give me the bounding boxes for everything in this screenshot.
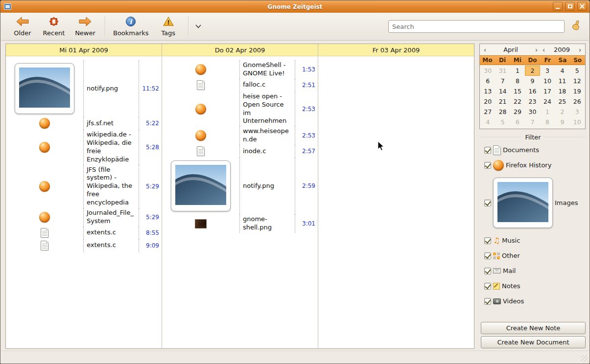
close-button[interactable] — [577, 2, 587, 11]
resize-grip[interactable] — [581, 355, 588, 362]
prev-year-button[interactable]: ‹ — [540, 46, 547, 54]
next-year-button[interactable]: › — [576, 46, 584, 54]
timeline-item[interactable]: GnomeShell - GNOME Live! 1:53 — [162, 60, 318, 79]
timeline-item[interactable]: JFS (file system) - Wikipedia, the free … — [6, 165, 162, 208]
filter-row[interactable]: Documents — [481, 142, 586, 158]
calendar: ‹ April › ‹ 2009 › MoDiMiDoFrSaSo 303112… — [479, 44, 586, 129]
day-column-body: notify.png 11:52 jfs.sf.net 5:22 wikiped… — [6, 56, 162, 252]
maximize-button[interactable] — [565, 2, 575, 11]
calendar-date[interactable]: 10 — [570, 117, 585, 127]
filter-checkbox[interactable] — [484, 268, 491, 274]
minimize-icon — [556, 8, 560, 9]
calendar-date[interactable]: 3 — [570, 107, 585, 117]
prev-month-button[interactable]: ‹ — [481, 46, 489, 54]
calendar-date[interactable]: 3 — [540, 66, 555, 76]
calendar-date[interactable]: 7 — [495, 76, 510, 86]
filter-checkbox[interactable] — [484, 162, 491, 169]
item-time: 2:57 — [295, 148, 318, 155]
calendar-date[interactable]: 14 — [495, 86, 510, 96]
filter-row[interactable]: Notes — [481, 278, 586, 294]
calendar-date[interactable]: 29 — [510, 107, 525, 117]
calendar-date[interactable]: 28 — [495, 107, 510, 117]
calendar-date[interactable]: 22 — [510, 96, 525, 107]
pointer-hand-icon[interactable] — [571, 20, 581, 33]
maximize-icon — [568, 4, 572, 8]
older-button[interactable]: Older — [7, 15, 38, 38]
timeline-item[interactable]: falloc.c 2:51 — [162, 79, 318, 91]
calendar-date[interactable]: 17 — [540, 86, 555, 96]
calendar-date[interactable]: 25 — [555, 96, 569, 107]
calendar-date[interactable]: 6 — [480, 76, 495, 86]
calendar-date[interactable]: 16 — [525, 86, 540, 96]
calendar-date[interactable]: 18 — [555, 86, 569, 96]
timeline-item[interactable]: extents.c 8:55 — [6, 227, 162, 239]
create-new-document-button[interactable]: Create New Document — [481, 336, 586, 348]
timeline-item[interactable]: heise open - Open Source im Unternehmen … — [162, 91, 318, 127]
calendar-date[interactable]: 15 — [510, 86, 525, 96]
calendar-date[interactable]: 2 — [555, 107, 569, 117]
filter-checkbox[interactable] — [484, 147, 491, 154]
calendar-date[interactable]: 1 — [510, 66, 525, 76]
calendar-date[interactable]: 11 — [555, 76, 569, 86]
calendar-date[interactable]: 9 — [525, 76, 540, 86]
newer-button[interactable]: Newer — [70, 15, 101, 38]
calendar-date[interactable]: 5 — [570, 66, 585, 76]
filter-checkbox[interactable] — [484, 283, 491, 290]
filter-row[interactable]: Other — [481, 248, 586, 263]
item-label: notify.png — [239, 158, 295, 214]
calendar-date[interactable]: 27 — [480, 107, 495, 117]
create-new-note-button[interactable]: Create New Note — [481, 322, 586, 334]
calendar-date[interactable]: 23 — [525, 96, 540, 107]
filter-row[interactable]: Music — [481, 233, 586, 248]
calendar-date[interactable]: 2 — [525, 66, 540, 76]
bookmarks-button[interactable]: i Bookmarks — [109, 15, 153, 38]
timeline-item[interactable]: notify.png 11:52 — [6, 60, 162, 117]
calendar-date[interactable]: 4 — [480, 117, 495, 127]
tags-button[interactable]: ! Tags — [153, 15, 184, 38]
timeline-item[interactable]: inode.c 2:57 — [162, 145, 318, 158]
calendar-date[interactable]: 30 — [525, 107, 540, 117]
calendar-date[interactable]: 7 — [525, 117, 540, 127]
calendar-date[interactable]: 24 — [540, 96, 555, 107]
timeline-item[interactable]: www.heiseopen.de 2:53 — [162, 126, 318, 145]
filter-checkbox[interactable] — [484, 237, 491, 244]
calendar-date[interactable]: 26 — [570, 96, 585, 107]
filter-checkbox[interactable] — [484, 298, 491, 305]
next-month-button[interactable]: › — [533, 46, 540, 54]
calendar-date[interactable]: 12 — [570, 76, 585, 86]
filter-checkbox[interactable] — [484, 252, 491, 259]
search-input[interactable] — [388, 20, 565, 33]
recent-button[interactable]: Recent — [38, 15, 70, 38]
calendar-date[interactable]: 6 — [510, 117, 525, 127]
timeline-item[interactable]: wikipedia.de - Wikipedia, die freie Enzy… — [6, 130, 162, 165]
filter-checkbox[interactable] — [484, 200, 491, 206]
filter-row[interactable]: Firefox History — [481, 158, 586, 173]
toolbar-overflow-chevron[interactable] — [192, 15, 204, 38]
calendar-date[interactable]: 21 — [495, 96, 510, 107]
calendar-date[interactable]: 13 — [480, 86, 495, 96]
item-time: 5:29 — [139, 183, 162, 190]
timeline-item[interactable]: jfs.sf.net 5:22 — [6, 117, 162, 130]
calendar-date[interactable]: 31 — [495, 66, 510, 76]
calendar-date[interactable]: 9 — [555, 117, 569, 127]
calendar-date[interactable]: 30 — [480, 66, 495, 76]
timeline-item[interactable]: extents.c 9:09 — [6, 239, 162, 252]
timeline-item[interactable]: gnome-shell.png 3:01 — [162, 214, 318, 233]
calendar-date[interactable]: 10 — [540, 76, 555, 86]
calendar-date[interactable]: 8 — [510, 76, 525, 86]
filter-row[interactable]: Mail — [481, 263, 586, 278]
calendar-date[interactable]: 19 — [570, 86, 585, 96]
calendar-date[interactable]: 4 — [555, 66, 569, 76]
calendar-day-name: So — [570, 56, 585, 65]
calendar-date[interactable]: 1 — [540, 107, 555, 117]
timeline-item[interactable]: Journaled_File_System 5:29 — [6, 208, 162, 227]
filter-row[interactable]: Videos — [481, 294, 586, 309]
minimize-button[interactable] — [553, 2, 563, 11]
filter-icon-slot — [493, 268, 501, 273]
calendar-date[interactable]: 5 — [495, 117, 510, 127]
calendar-date[interactable]: 20 — [480, 96, 495, 107]
timeline-item[interactable]: notify.png 2:59 — [162, 158, 318, 214]
calendar-date[interactable]: 8 — [540, 117, 555, 127]
filter-row[interactable]: Images — [481, 175, 586, 231]
calendar-day-name: Do — [525, 56, 540, 65]
